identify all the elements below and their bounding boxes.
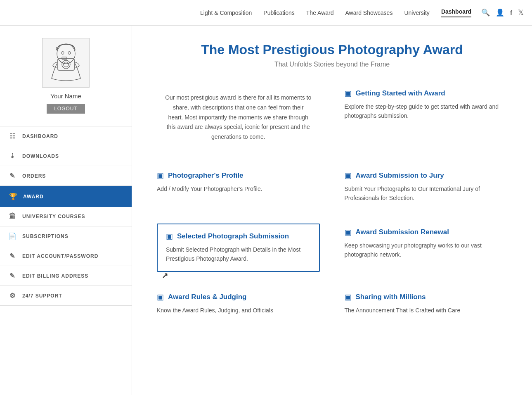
sidebar-item-label: EDIT BILLING ADDRESS: [22, 273, 88, 279]
card-title-sharing-millions: Sharing with Millions: [356, 293, 426, 301]
top-navigation: Light & Composition Publications The Awa…: [0, 0, 532, 26]
sidebar-item-label: 24/7 SUPPORT: [22, 293, 62, 299]
card-award-submission-renewal[interactable]: ▣ Award Submission Renewal Keep showcasi…: [345, 224, 508, 272]
user-icon[interactable]: 👤: [496, 8, 504, 17]
card-icon-photographers-profile: ▣: [157, 171, 164, 180]
sidebar-item-label: DASHBOARD: [22, 133, 58, 139]
sidebar-item-label: AWARD: [23, 194, 44, 200]
nav-university[interactable]: University: [404, 10, 429, 16]
svg-point-2: [68, 51, 71, 54]
cards-grid: Our most prestigious award is there for …: [157, 85, 507, 319]
intro-card: Our most prestigious award is there for …: [157, 85, 320, 150]
sidebar-profile: Your Name LOGOUT: [0, 26, 132, 122]
svg-rect-6: [62, 57, 67, 59]
sidebar: Your Name LOGOUT ☷ DASHBOARD ⇣ DOWNLOADS…: [0, 26, 132, 395]
nav-links: Light & Composition Publications The Awa…: [200, 8, 471, 17]
card-icon-getting-started: ▣: [345, 89, 352, 98]
svg-point-0: [57, 44, 75, 64]
avatar-image: [45, 41, 87, 85]
search-icon[interactable]: 🔍: [481, 8, 490, 17]
sidebar-item-subscriptions[interactable]: 📄 SUBSCRIPTIONS: [0, 226, 132, 246]
sidebar-item-label: ORDERS: [22, 173, 46, 179]
hero-subtitle: That Unfolds Stories beyond the Frame: [157, 61, 507, 68]
card-award-rules[interactable]: ▣ Award Rules & Judging Know the Award R…: [157, 288, 320, 319]
svg-point-5: [64, 62, 69, 67]
sidebar-item-edit-billing[interactable]: ✎ EDIT BILLING ADDRESS: [0, 266, 132, 286]
card-desc-selected-photograph: Submit Selected Photograph with Details …: [166, 245, 311, 264]
logout-button[interactable]: LOGOUT: [47, 104, 85, 114]
avatar: [42, 38, 90, 88]
orders-icon: ✎: [8, 172, 17, 180]
sidebar-item-orders[interactable]: ✎ ORDERS: [0, 166, 132, 186]
university-icon: 🏛: [8, 213, 17, 220]
card-icon-selected-photograph: ▣: [166, 232, 173, 241]
card-sharing-millions[interactable]: ▣ Sharing with Millions The Announcement…: [345, 288, 508, 319]
svg-point-1: [61, 51, 64, 54]
subscriptions-icon: 📄: [8, 232, 17, 240]
sidebar-item-label: UNIVERSITY COURSES: [22, 214, 85, 219]
card-title-getting-started: Getting Started with Award: [356, 89, 445, 98]
support-icon: ⚙: [8, 292, 17, 300]
card-title-photographers-profile: Photographer's Profile: [168, 171, 244, 180]
card-desc-award-submission-jury: Submit Your Photographs to Our Internati…: [345, 184, 508, 203]
card-icon-sharing-millions: ▣: [345, 293, 352, 302]
intro-text: Our most prestigious award is there for …: [157, 89, 320, 146]
sidebar-item-dashboard[interactable]: ☷ DASHBOARD: [0, 126, 132, 146]
card-title-award-submission-jury: Award Submission to Jury: [356, 171, 444, 180]
card-desc-getting-started: Explore the step-by-step guide to get st…: [345, 102, 508, 121]
edit-account-icon: ✎: [8, 252, 17, 260]
card-desc-award-rules: Know the Award Rules, Judging, and Offic…: [157, 306, 320, 315]
main-content: The Most Prestigious Photography Award T…: [132, 26, 532, 395]
twitter-icon[interactable]: 𝕏: [518, 8, 524, 17]
card-getting-started[interactable]: ▣ Getting Started with Award Explore the…: [345, 85, 508, 150]
card-photographers-profile[interactable]: ▣ Photographer's Profile Add / Modify Yo…: [157, 167, 320, 207]
sidebar-item-award[interactable]: 🏆 AWARD ↗: [0, 186, 132, 207]
facebook-icon[interactable]: f: [510, 9, 512, 16]
download-icon: ⇣: [8, 152, 17, 160]
sidebar-item-label: EDIT ACCOUNT/PASSWORD: [22, 253, 98, 259]
card-title-selected-photograph: Selected Photograph Submission: [177, 232, 289, 240]
sidebar-menu: ☷ DASHBOARD ⇣ DOWNLOADS ✎ ORDERS 🏆 AWARD…: [0, 126, 132, 306]
nav-light-composition[interactable]: Light & Composition: [200, 10, 252, 16]
sidebar-item-label: DOWNLOADS: [22, 153, 59, 159]
edit-billing-icon: ✎: [8, 272, 17, 280]
sidebar-item-university[interactable]: 🏛 UNIVERSITY COURSES: [0, 207, 132, 226]
nav-dashboard[interactable]: Dashboard: [441, 8, 471, 17]
card-title-award-rules: Award Rules & Judging: [168, 293, 247, 301]
card-icon-award-submission-jury: ▣: [345, 171, 352, 180]
sidebar-item-label: SUBSCRIPTIONS: [22, 233, 69, 239]
nav-award-showcases[interactable]: Award Showcases: [345, 10, 392, 16]
card-desc-award-submission-renewal: Keep showcasing your photography works t…: [345, 241, 508, 259]
hero-title: The Most Prestigious Photography Award: [157, 42, 507, 57]
expand-arrow-selected: ↗: [162, 271, 168, 280]
card-selected-photograph[interactable]: ▣ Selected Photograph Submission Submit …: [157, 224, 320, 272]
sidebar-item-support[interactable]: ⚙ 24/7 SUPPORT: [0, 286, 132, 306]
card-desc-photographers-profile: Add / Modify Your Photographer's Profile…: [157, 184, 320, 193]
trophy-icon: 🏆: [9, 193, 17, 200]
card-icon-award-rules: ▣: [157, 293, 164, 302]
sidebar-item-downloads[interactable]: ⇣ DOWNLOADS: [0, 146, 132, 166]
nav-publications[interactable]: Publications: [263, 10, 295, 16]
profile-name: Your Name: [50, 93, 81, 100]
nav-icons: 🔍 👤 f 𝕏: [481, 8, 524, 17]
sidebar-item-edit-account[interactable]: ✎ EDIT ACCOUNT/PASSWORD: [0, 246, 132, 266]
card-title-award-submission-renewal: Award Submission Renewal: [356, 228, 449, 236]
page-layout: Your Name LOGOUT ☷ DASHBOARD ⇣ DOWNLOADS…: [0, 26, 532, 395]
dashboard-icon: ☷: [8, 132, 17, 140]
card-icon-award-submission-renewal: ▣: [345, 228, 352, 237]
card-award-submission-jury[interactable]: ▣ Award Submission to Jury Submit Your P…: [345, 167, 508, 207]
nav-the-award[interactable]: The Award: [306, 10, 334, 16]
card-desc-sharing-millions: The Announcement That Is Crafted with Ca…: [345, 306, 508, 315]
